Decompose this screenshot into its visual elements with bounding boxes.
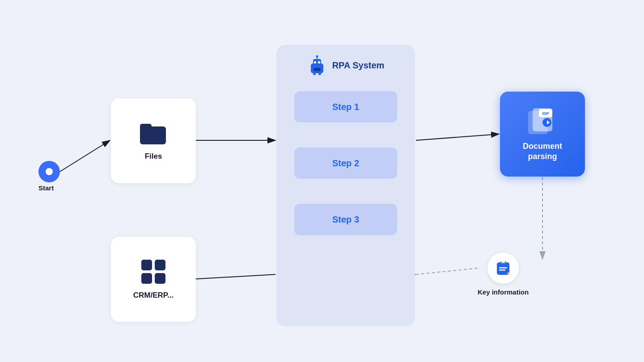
idp-icon-wrap: IDP (526, 106, 559, 136)
step2-box: Step 2 (294, 147, 397, 179)
start-node: Start (38, 184, 54, 192)
svg-line-11 (417, 268, 478, 274)
files-label: Files (145, 152, 162, 161)
svg-rect-28 (318, 73, 321, 75)
step1-box: Step 1 (294, 91, 397, 122)
rpa-header: RPA System (307, 55, 385, 75)
svg-rect-26 (314, 68, 321, 71)
robot-icon (307, 55, 327, 75)
svg-rect-24 (314, 61, 316, 63)
svg-rect-15 (140, 124, 152, 130)
doc-parsing-label: Document parsing (523, 141, 562, 162)
key-info-icon (495, 260, 512, 277)
svg-point-23 (316, 55, 318, 58)
files-node: Files (111, 98, 196, 183)
rpa-container: RPA System Step 1 Step 2 Step 3 (276, 45, 415, 326)
step2-label: Step 2 (332, 158, 359, 168)
svg-rect-27 (313, 73, 316, 75)
crm-label: CRM/ERP... (133, 291, 174, 300)
svg-rect-18 (141, 273, 152, 284)
svg-rect-17 (155, 260, 165, 270)
folder-icon (140, 121, 167, 146)
rpa-title: RPA System (332, 60, 385, 71)
diagram-canvas: Start Files CRM/ERP... (0, 0, 644, 362)
key-info-node: Key information (478, 253, 529, 296)
svg-point-13 (46, 168, 53, 175)
step3-label: Step 3 (332, 215, 359, 225)
key-info-label: Key information (478, 288, 529, 296)
svg-line-6 (416, 134, 499, 140)
crm-icon (140, 259, 166, 285)
svg-rect-37 (501, 261, 505, 263)
svg-rect-39 (499, 269, 505, 271)
start-label: Start (38, 184, 54, 192)
crm-node: CRM/ERP... (111, 237, 196, 322)
key-info-badge (487, 253, 519, 284)
svg-rect-25 (318, 61, 320, 63)
svg-rect-38 (499, 267, 507, 269)
svg-line-9 (197, 274, 275, 279)
step1-label: Step 1 (332, 102, 359, 112)
svg-rect-19 (155, 273, 165, 284)
svg-line-4 (60, 140, 110, 172)
idp-icon: IDP (526, 106, 559, 136)
step3-box: Step 3 (294, 204, 397, 235)
svg-point-12 (38, 161, 60, 182)
doc-parsing-node: IDP Document parsing (500, 92, 585, 177)
svg-rect-16 (141, 260, 152, 270)
svg-text:IDP: IDP (542, 111, 549, 116)
